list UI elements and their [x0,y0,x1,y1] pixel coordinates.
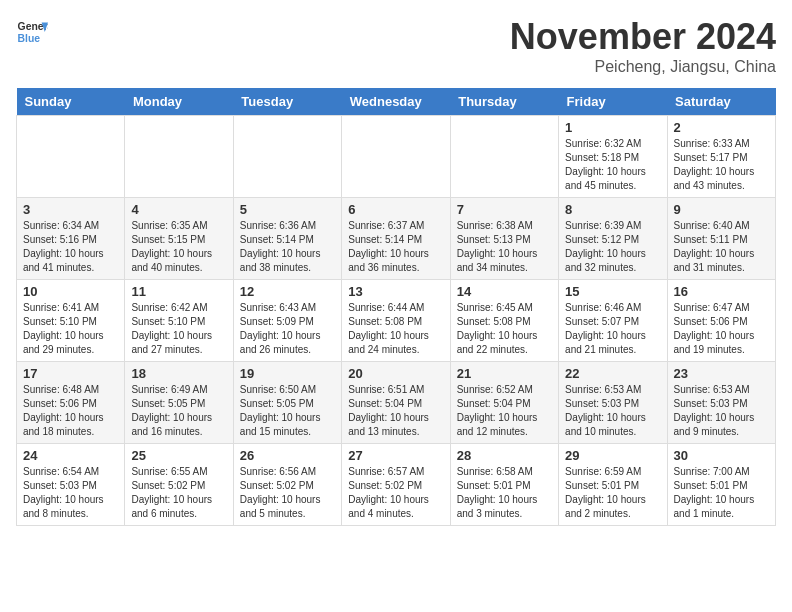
calendar-cell [125,116,233,198]
calendar-week-row: 24Sunrise: 6:54 AM Sunset: 5:03 PM Dayli… [17,444,776,526]
calendar-cell [233,116,341,198]
day-info: Sunrise: 6:42 AM Sunset: 5:10 PM Dayligh… [131,301,226,357]
day-info: Sunrise: 6:44 AM Sunset: 5:08 PM Dayligh… [348,301,443,357]
day-info: Sunrise: 7:00 AM Sunset: 5:01 PM Dayligh… [674,465,769,521]
calendar-cell: 14Sunrise: 6:45 AM Sunset: 5:08 PM Dayli… [450,280,558,362]
calendar-cell: 13Sunrise: 6:44 AM Sunset: 5:08 PM Dayli… [342,280,450,362]
day-number: 27 [348,448,443,463]
day-info: Sunrise: 6:58 AM Sunset: 5:01 PM Dayligh… [457,465,552,521]
calendar-cell [342,116,450,198]
calendar-week-row: 10Sunrise: 6:41 AM Sunset: 5:10 PM Dayli… [17,280,776,362]
calendar-cell: 7Sunrise: 6:38 AM Sunset: 5:13 PM Daylig… [450,198,558,280]
weekday-header: Wednesday [342,88,450,116]
svg-text:Blue: Blue [18,33,41,44]
calendar-cell: 26Sunrise: 6:56 AM Sunset: 5:02 PM Dayli… [233,444,341,526]
day-number: 13 [348,284,443,299]
calendar-cell: 3Sunrise: 6:34 AM Sunset: 5:16 PM Daylig… [17,198,125,280]
day-number: 20 [348,366,443,381]
calendar-cell: 15Sunrise: 6:46 AM Sunset: 5:07 PM Dayli… [559,280,667,362]
location-subtitle: Peicheng, Jiangsu, China [510,58,776,76]
day-info: Sunrise: 6:45 AM Sunset: 5:08 PM Dayligh… [457,301,552,357]
day-number: 19 [240,366,335,381]
day-number: 22 [565,366,660,381]
day-info: Sunrise: 6:56 AM Sunset: 5:02 PM Dayligh… [240,465,335,521]
day-number: 26 [240,448,335,463]
calendar-cell: 21Sunrise: 6:52 AM Sunset: 5:04 PM Dayli… [450,362,558,444]
logo: General Blue [16,16,48,48]
calendar-cell: 28Sunrise: 6:58 AM Sunset: 5:01 PM Dayli… [450,444,558,526]
weekday-header: Friday [559,88,667,116]
calendar-cell: 19Sunrise: 6:50 AM Sunset: 5:05 PM Dayli… [233,362,341,444]
weekday-header: Sunday [17,88,125,116]
calendar-cell: 10Sunrise: 6:41 AM Sunset: 5:10 PM Dayli… [17,280,125,362]
day-info: Sunrise: 6:54 AM Sunset: 5:03 PM Dayligh… [23,465,118,521]
day-info: Sunrise: 6:41 AM Sunset: 5:10 PM Dayligh… [23,301,118,357]
title-section: November 2024 Peicheng, Jiangsu, China [510,16,776,76]
day-number: 1 [565,120,660,135]
day-info: Sunrise: 6:53 AM Sunset: 5:03 PM Dayligh… [674,383,769,439]
weekday-header: Saturday [667,88,775,116]
weekday-header: Tuesday [233,88,341,116]
calendar-cell: 4Sunrise: 6:35 AM Sunset: 5:15 PM Daylig… [125,198,233,280]
day-info: Sunrise: 6:38 AM Sunset: 5:13 PM Dayligh… [457,219,552,275]
day-number: 8 [565,202,660,217]
day-info: Sunrise: 6:59 AM Sunset: 5:01 PM Dayligh… [565,465,660,521]
day-info: Sunrise: 6:51 AM Sunset: 5:04 PM Dayligh… [348,383,443,439]
day-info: Sunrise: 6:49 AM Sunset: 5:05 PM Dayligh… [131,383,226,439]
calendar-cell: 18Sunrise: 6:49 AM Sunset: 5:05 PM Dayli… [125,362,233,444]
day-info: Sunrise: 6:46 AM Sunset: 5:07 PM Dayligh… [565,301,660,357]
calendar-cell: 20Sunrise: 6:51 AM Sunset: 5:04 PM Dayli… [342,362,450,444]
month-title: November 2024 [510,16,776,58]
day-number: 24 [23,448,118,463]
calendar-cell: 24Sunrise: 6:54 AM Sunset: 5:03 PM Dayli… [17,444,125,526]
calendar-cell: 8Sunrise: 6:39 AM Sunset: 5:12 PM Daylig… [559,198,667,280]
day-number: 6 [348,202,443,217]
weekday-header: Thursday [450,88,558,116]
day-info: Sunrise: 6:34 AM Sunset: 5:16 PM Dayligh… [23,219,118,275]
day-info: Sunrise: 6:47 AM Sunset: 5:06 PM Dayligh… [674,301,769,357]
day-number: 4 [131,202,226,217]
day-info: Sunrise: 6:50 AM Sunset: 5:05 PM Dayligh… [240,383,335,439]
day-info: Sunrise: 6:55 AM Sunset: 5:02 PM Dayligh… [131,465,226,521]
day-number: 28 [457,448,552,463]
calendar-cell: 23Sunrise: 6:53 AM Sunset: 5:03 PM Dayli… [667,362,775,444]
calendar-cell: 2Sunrise: 6:33 AM Sunset: 5:17 PM Daylig… [667,116,775,198]
day-number: 3 [23,202,118,217]
day-info: Sunrise: 6:57 AM Sunset: 5:02 PM Dayligh… [348,465,443,521]
day-number: 7 [457,202,552,217]
day-info: Sunrise: 6:36 AM Sunset: 5:14 PM Dayligh… [240,219,335,275]
day-info: Sunrise: 6:52 AM Sunset: 5:04 PM Dayligh… [457,383,552,439]
calendar-week-row: 3Sunrise: 6:34 AM Sunset: 5:16 PM Daylig… [17,198,776,280]
calendar-cell: 22Sunrise: 6:53 AM Sunset: 5:03 PM Dayli… [559,362,667,444]
day-info: Sunrise: 6:53 AM Sunset: 5:03 PM Dayligh… [565,383,660,439]
day-number: 15 [565,284,660,299]
calendar-cell: 5Sunrise: 6:36 AM Sunset: 5:14 PM Daylig… [233,198,341,280]
day-number: 10 [23,284,118,299]
calendar-cell: 27Sunrise: 6:57 AM Sunset: 5:02 PM Dayli… [342,444,450,526]
calendar-cell: 1Sunrise: 6:32 AM Sunset: 5:18 PM Daylig… [559,116,667,198]
day-info: Sunrise: 6:39 AM Sunset: 5:12 PM Dayligh… [565,219,660,275]
calendar-week-row: 1Sunrise: 6:32 AM Sunset: 5:18 PM Daylig… [17,116,776,198]
day-number: 23 [674,366,769,381]
weekday-header: Monday [125,88,233,116]
calendar-week-row: 17Sunrise: 6:48 AM Sunset: 5:06 PM Dayli… [17,362,776,444]
weekday-header-row: SundayMondayTuesdayWednesdayThursdayFrid… [17,88,776,116]
day-number: 16 [674,284,769,299]
day-info: Sunrise: 6:43 AM Sunset: 5:09 PM Dayligh… [240,301,335,357]
day-info: Sunrise: 6:35 AM Sunset: 5:15 PM Dayligh… [131,219,226,275]
day-number: 30 [674,448,769,463]
calendar-cell [450,116,558,198]
calendar-cell: 29Sunrise: 6:59 AM Sunset: 5:01 PM Dayli… [559,444,667,526]
day-info: Sunrise: 6:40 AM Sunset: 5:11 PM Dayligh… [674,219,769,275]
header: General Blue November 2024 Peicheng, Jia… [16,16,776,76]
day-number: 12 [240,284,335,299]
day-number: 14 [457,284,552,299]
calendar-table: SundayMondayTuesdayWednesdayThursdayFrid… [16,88,776,526]
day-info: Sunrise: 6:32 AM Sunset: 5:18 PM Dayligh… [565,137,660,193]
logo-icon: General Blue [16,16,48,48]
day-number: 5 [240,202,335,217]
day-number: 21 [457,366,552,381]
calendar-cell: 17Sunrise: 6:48 AM Sunset: 5:06 PM Dayli… [17,362,125,444]
calendar-cell: 6Sunrise: 6:37 AM Sunset: 5:14 PM Daylig… [342,198,450,280]
calendar-cell [17,116,125,198]
